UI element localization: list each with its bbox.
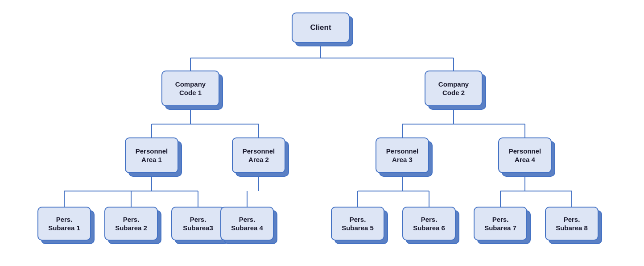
tree-diagram: Client CompanyCode 1 CompanyCode 2 Perso…	[14, 8, 630, 258]
pers-subarea-4-node: Pers.Subarea 4	[220, 207, 274, 241]
client-node: Client	[292, 12, 350, 43]
pers-subarea-7-node: Pers.Subarea 7	[474, 207, 527, 241]
company-code-1-node: CompanyCode 1	[161, 71, 219, 106]
pers-subarea-2-node: Pers.Subarea 2	[104, 207, 158, 241]
pers-subarea-8-node: Pers.Subarea 8	[545, 207, 599, 241]
pers-subarea-5-node: Pers.Subarea 5	[331, 207, 384, 241]
company-code-2-node: CompanyCode 2	[425, 71, 483, 106]
personnel-area-2-node: PersonnelArea 2	[232, 137, 285, 173]
personnel-area-1-node: PersonnelArea 1	[125, 137, 178, 173]
personnel-area-3-node: PersonnelArea 3	[376, 137, 429, 173]
pers-subarea-6-node: Pers.Subarea 6	[402, 207, 456, 241]
personnel-area-4-node: PersonnelArea 4	[498, 137, 552, 173]
pers-subarea-3-node: Pers.Subarea3	[171, 207, 225, 241]
pers-subarea-1-node: Pers.Subarea 1	[37, 207, 91, 241]
